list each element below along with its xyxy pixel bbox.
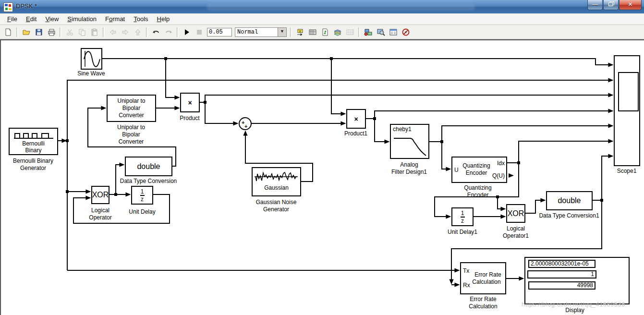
cut-icon	[64, 26, 75, 37]
display-label: Display	[527, 307, 623, 314]
gaussian-noise-block[interactable]: Gaussian	[252, 167, 301, 196]
menu-simulation[interactable]: Simulation	[63, 14, 101, 24]
product-label: Product	[142, 115, 238, 122]
scope-screen-icon	[618, 72, 639, 111]
stop-simulation-icon	[194, 26, 205, 37]
undo-icon[interactable]	[150, 26, 162, 37]
product1-label: Product1	[308, 130, 404, 137]
simulation-stop-time-field[interactable]	[207, 28, 232, 36]
data-type-conversion1-label: Data Type Conversion1	[521, 212, 617, 219]
svg-text:Y: Y	[299, 29, 302, 34]
sine-wave-label: Sine Wave	[43, 70, 139, 77]
unipolar-to-bipolar-label: Unipolar toBipolarConverter	[83, 124, 179, 145]
sum-block[interactable]: + +	[239, 117, 252, 130]
copy-icon	[76, 26, 88, 37]
bernoulli-text: Binary	[10, 147, 57, 154]
menu-bar: File Edit View Simulation Format Tools H…	[0, 13, 644, 25]
analog-filter-design1-block[interactable]: cheby1	[390, 124, 429, 159]
menu-edit[interactable]: Edit	[22, 14, 41, 24]
scope1-block[interactable]	[614, 55, 640, 166]
quantizing-encoder-block[interactable]: U Idx Q(U) Quantizing Encoder	[451, 157, 507, 183]
update-diagram-icon[interactable]	[319, 26, 331, 37]
open-model-icon[interactable]	[21, 26, 32, 37]
bernoulli-binary-block[interactable]: Bernoulli Binary	[9, 128, 58, 155]
simulink-model-icon	[3, 2, 13, 12]
multiply-icon: ×	[188, 99, 192, 107]
data-type-conversion-label: Data Type Conversion	[100, 178, 196, 185]
close-button[interactable]: ✕	[619, 0, 642, 10]
unit-delay-block[interactable]: 1z	[131, 186, 153, 205]
plus-icon: +	[244, 123, 247, 129]
one-over-z-icon: 1z	[132, 189, 152, 202]
data-type-conversion1-block[interactable]: double	[546, 191, 593, 210]
product1-block[interactable]: ×	[346, 109, 366, 129]
multiply-icon: ×	[354, 115, 358, 123]
data-type-conversion-block[interactable]: double	[125, 157, 172, 176]
u2b-text: Unipolar to	[108, 97, 155, 105]
dtc-text: double	[137, 162, 160, 171]
print-icon[interactable]	[46, 26, 57, 37]
title-bar[interactable]: DPSK * — ✕	[0, 0, 644, 14]
gaussian-noise-label: Gaussian NoiseGenerator	[228, 199, 324, 213]
unit-delay1-block[interactable]: 1z	[451, 207, 474, 226]
menu-tools[interactable]: Tools	[129, 14, 152, 24]
toggle-grid-icon	[344, 26, 356, 37]
window-title: DPSK *	[16, 2, 37, 10]
toolbar: Normal ▼ Y	[0, 25, 644, 39]
scope1-label: Scope1	[579, 168, 644, 175]
menu-file[interactable]: File	[3, 14, 22, 24]
bernoulli-generator-label: Bernoulli BinaryGenerator	[0, 158, 81, 172]
display-value-1: 2.0000800032001e-05	[528, 260, 595, 268]
error-rate-calculation-block[interactable]: Tx Rx Error Rate Calculation	[460, 262, 506, 294]
unit-delay-label: Unit Delay	[94, 208, 190, 216]
error-rate-calculation-label: Error RateCalculation	[435, 296, 531, 310]
display-value-2: 1	[527, 270, 596, 279]
start-simulation-icon[interactable]	[181, 26, 193, 37]
erc-text: Error Rate	[466, 271, 510, 279]
find-in-model-icon[interactable]	[375, 26, 387, 37]
redo-icon	[163, 26, 174, 37]
qenc-text: Quantizing	[450, 162, 503, 170]
u2b-text: Bipolar	[108, 105, 155, 112]
minimize-button[interactable]: —	[587, 0, 603, 10]
up-icon	[132, 26, 144, 37]
analog-filter-design1-label: AnalogFilter Design1	[361, 161, 457, 176]
qenc-text: Encoder	[450, 170, 503, 177]
save-icon[interactable]	[33, 26, 45, 37]
square-wave-icon	[13, 131, 54, 140]
sine-wave-block[interactable]	[81, 48, 102, 70]
new-model-icon[interactable]	[2, 26, 14, 37]
menu-format[interactable]: Format	[101, 14, 129, 24]
erc-text: Calculation	[464, 279, 509, 286]
filter-response-icon	[391, 135, 428, 157]
noise-waveform-icon	[254, 170, 299, 182]
one-over-z-icon: 1z	[452, 210, 473, 224]
simulation-mode-dropdown[interactable]: Normal ▼	[235, 27, 287, 37]
sine-wave-icon	[82, 49, 101, 69]
display-value-3: 49998	[528, 281, 595, 290]
logical-operator1-label: LogicalOperator1	[468, 225, 564, 240]
build-all-icon[interactable]	[332, 26, 343, 37]
menu-help[interactable]: Help	[153, 14, 174, 24]
model-explorer-icon[interactable]	[388, 26, 399, 37]
product-block[interactable]: ×	[180, 93, 200, 112]
titlebar-watermark-blur	[207, 4, 475, 11]
logical-operator-block[interactable]: XOR	[91, 186, 109, 204]
connect-blocks-icon[interactable]: Y	[294, 26, 306, 37]
model-browser-icon[interactable]	[307, 26, 318, 37]
menu-view[interactable]: View	[41, 14, 63, 24]
simulink-model-window: DPSK * — ✕ File Edit View Simulation For…	[0, 0, 644, 315]
maximize-button[interactable]	[603, 0, 619, 10]
csdn-watermark: https://blog.csdn.net/qq_41689536	[522, 301, 625, 308]
quantizing-encoder-label: QuantizingEncoder	[430, 184, 526, 199]
dtc-text: double	[558, 196, 581, 205]
display-block[interactable]: 2.0000800032001e-05 1 49998	[524, 257, 630, 304]
library-browser-icon[interactable]	[363, 26, 374, 37]
gaussian-text: Gaussian	[253, 184, 300, 192]
back-icon	[107, 26, 119, 37]
paste-icon	[89, 26, 100, 37]
dropdown-arrow-icon[interactable]: ▼	[278, 28, 286, 36]
bernoulli-text: Bernoulli	[10, 140, 57, 147]
forward-icon	[120, 26, 131, 37]
debug-disabled-icon[interactable]	[400, 26, 412, 37]
